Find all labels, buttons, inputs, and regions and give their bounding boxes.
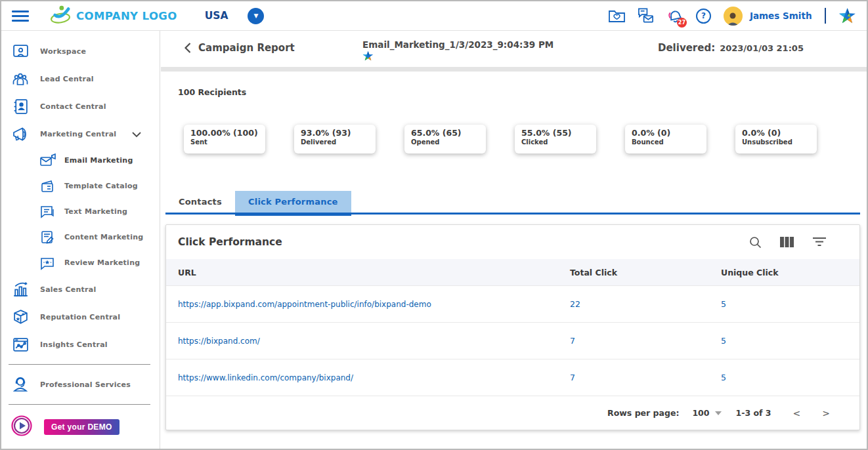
total-click-value[interactable]: 7 bbox=[570, 336, 721, 346]
megaphone-icon bbox=[11, 125, 30, 143]
url-link[interactable]: https://www.linkedin.com/company/bixpand… bbox=[178, 373, 570, 382]
bar-chart-icon bbox=[11, 281, 30, 298]
url-link[interactable]: https://app.bixpand.com/appointment-publ… bbox=[178, 300, 570, 309]
brand-name: COMPANY LOGO bbox=[76, 10, 177, 22]
company-logo-icon bbox=[49, 5, 72, 27]
star-logo-icon bbox=[362, 51, 374, 62]
folder-heart-icon[interactable] bbox=[608, 7, 626, 25]
topbar: COMPANY LOGO USA ▼ 27 bbox=[1, 1, 867, 31]
topbar-actions: 27 ? James Smith bbox=[608, 7, 856, 26]
main-content: Campaign Report Email_Marketing_1/3/2023… bbox=[161, 31, 867, 449]
sidebar-subitem-email-marketing[interactable]: Email Marketing bbox=[1, 148, 160, 173]
play-rings-icon[interactable] bbox=[11, 415, 33, 440]
table-row: https://bixpand.com/ 7 5 bbox=[166, 322, 859, 359]
table-header-row: URL Total Click Unique Click bbox=[166, 259, 859, 285]
notifications-bell-icon[interactable]: 27 bbox=[666, 7, 684, 25]
sidebar-subitem-text-marketing[interactable]: Text Marketing bbox=[1, 199, 160, 224]
email-megaphone-icon bbox=[39, 153, 56, 169]
insights-chart-icon bbox=[11, 336, 30, 354]
stat-card-opened: 65.0% (65) Opened bbox=[404, 125, 486, 153]
delivered-label: Delivered: bbox=[658, 42, 715, 54]
country-label: USA bbox=[205, 10, 228, 22]
chat-bubble-icon bbox=[39, 204, 56, 220]
country-dropdown-button[interactable]: ▼ bbox=[248, 8, 264, 24]
rows-per-page-select[interactable]: 100 bbox=[692, 408, 709, 418]
column-header-total-click[interactable]: Total Click bbox=[570, 268, 721, 277]
click-performance-card: Click Performance bbox=[165, 224, 860, 430]
tab-contacts[interactable]: Contacts bbox=[165, 191, 235, 213]
sidebar-item-marketing-central[interactable]: Marketing Central bbox=[1, 120, 160, 148]
sidebar-item-lead-central[interactable]: Lead Central bbox=[1, 65, 160, 92]
sidebar-divider bbox=[9, 364, 150, 365]
back-button[interactable]: Campaign Report bbox=[184, 42, 295, 54]
filter-icon[interactable] bbox=[812, 237, 827, 247]
contact-book-icon bbox=[11, 98, 30, 115]
sidebar-item-workspace[interactable]: Workspace bbox=[1, 37, 160, 65]
section-divider bbox=[161, 67, 867, 72]
unique-click-value[interactable]: 5 bbox=[721, 299, 859, 309]
search-icon[interactable] bbox=[749, 236, 762, 249]
sidebar-item-sales-central[interactable]: Sales Central bbox=[1, 276, 160, 303]
headset-person-icon bbox=[11, 375, 30, 394]
table-toolbar bbox=[749, 236, 848, 249]
back-label: Campaign Report bbox=[198, 42, 295, 54]
template-icon bbox=[39, 178, 56, 194]
campaign-title: Email_Marketing_1/3/2023_9:04:39 PM bbox=[362, 39, 553, 50]
chevron-down-icon[interactable] bbox=[132, 128, 141, 140]
columns-icon[interactable] bbox=[779, 236, 794, 248]
table-row: https://app.bixpand.com/appointment-publ… bbox=[166, 285, 859, 322]
recipients-count: 100 Recipients bbox=[178, 87, 867, 97]
table-title: Click Performance bbox=[178, 236, 282, 248]
leads-icon bbox=[11, 70, 30, 88]
sidebar-item-reputation-central[interactable]: Reputation Central bbox=[1, 303, 160, 331]
demo-row: Get your DEMO bbox=[1, 411, 160, 443]
rows-per-page-label: Rows per page: bbox=[607, 408, 679, 418]
sidebar-item-insights-central[interactable]: Insights Central bbox=[1, 331, 160, 358]
previous-page-button[interactable]: < bbox=[793, 408, 801, 419]
get-demo-button[interactable]: Get your DEMO bbox=[44, 419, 119, 435]
unique-click-value[interactable]: 5 bbox=[721, 336, 859, 346]
sidebar-item-contact-central[interactable]: Contact Central bbox=[1, 92, 160, 120]
content-pen-icon bbox=[39, 230, 56, 245]
tab-click-performance[interactable]: Click Performance bbox=[235, 191, 351, 213]
sidebar: Workspace Lead Central Contact Central bbox=[1, 31, 160, 449]
workspace-icon bbox=[11, 43, 30, 60]
delivered-info: Delivered: 2023/01/03 21:05 bbox=[658, 42, 804, 54]
sidebar-subitem-review-marketing[interactable]: Review Marketing bbox=[1, 250, 160, 276]
cube-star-icon bbox=[11, 308, 30, 326]
sidebar-subitem-content-marketing[interactable]: Content Marketing bbox=[1, 224, 160, 250]
chat-mail-icon[interactable] bbox=[637, 7, 655, 25]
hamburger-menu-icon[interactable] bbox=[12, 10, 29, 22]
total-click-value[interactable]: 22 bbox=[570, 299, 721, 309]
column-header-url[interactable]: URL bbox=[178, 268, 570, 277]
sidebar-item-professional-services[interactable]: Professional Services bbox=[1, 371, 160, 398]
notification-count-badge: 27 bbox=[677, 18, 687, 28]
table-row: https://www.linkedin.com/company/bixpand… bbox=[166, 359, 859, 396]
campaign-report-header: Campaign Report Email_Marketing_1/3/2023… bbox=[161, 31, 867, 67]
user-name[interactable]: James Smith bbox=[750, 10, 812, 21]
stat-card-delivered: 93.0% (93) Delivered bbox=[294, 125, 376, 153]
stat-card-clicked: 55.0% (55) Clicked bbox=[515, 125, 596, 153]
sidebar-subitem-template-catalog[interactable]: Template Catalog bbox=[1, 173, 160, 199]
table-pagination: Rows per page: 100 1-3 of 3 < > bbox=[166, 396, 859, 430]
delivered-value: 2023/01/03 21:05 bbox=[720, 43, 804, 53]
stat-card-bounced: 0.0% (0) Bounced bbox=[625, 125, 706, 153]
pagination-range: 1-3 of 3 bbox=[736, 408, 771, 418]
review-star-bubble-icon bbox=[39, 255, 56, 271]
stat-card-sent: 100.00% (100) Sent bbox=[184, 125, 265, 153]
unique-click-value[interactable]: 5 bbox=[721, 373, 859, 382]
url-link[interactable]: https://bixpand.com/ bbox=[178, 337, 570, 346]
stat-card-unsubscribed: 0.0% (0) Unsubscribed bbox=[735, 125, 817, 153]
report-tabs: Contacts Click Performance bbox=[165, 191, 860, 215]
sidebar-divider bbox=[9, 404, 150, 405]
help-icon[interactable]: ? bbox=[695, 7, 712, 25]
stats-cards-row: 100.00% (100) Sent 93.0% (93) Delivered … bbox=[184, 125, 867, 153]
total-click-value[interactable]: 7 bbox=[570, 373, 721, 382]
user-avatar[interactable] bbox=[724, 7, 743, 26]
chevron-down-icon: ▼ bbox=[254, 12, 259, 19]
table-card-header: Click Performance bbox=[166, 225, 859, 259]
rows-per-page-dropdown-icon[interactable] bbox=[715, 411, 722, 415]
next-page-button[interactable]: > bbox=[822, 408, 830, 419]
star-logo-icon bbox=[838, 7, 856, 25]
column-header-unique-click[interactable]: Unique Click bbox=[721, 268, 859, 277]
